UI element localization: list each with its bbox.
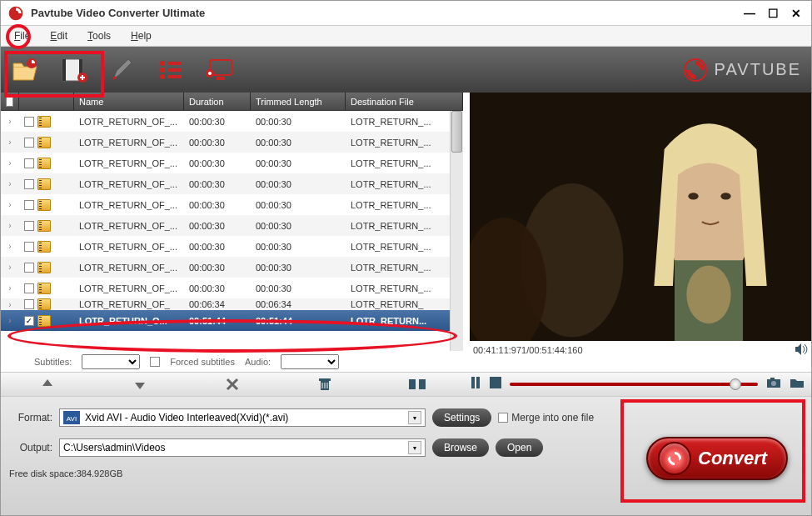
menu-help[interactable]: Help <box>131 30 152 42</box>
col-dest[interactable]: Destination File <box>346 93 463 110</box>
cell-name: LOTR_RETURN_OF_... <box>74 257 184 278</box>
load-file-button[interactable] <box>11 55 41 85</box>
table-row[interactable]: ›✓LOTR_RETURN_O...00:51:4400:51:44LOTR_R… <box>1 310 463 331</box>
table-row[interactable]: ›LOTR_RETURN_OF_...00:00:3000:00:30LOTR_… <box>1 111 463 132</box>
convert-button[interactable]: Convert <box>646 437 788 480</box>
svg-point-15 <box>208 72 212 75</box>
stop-button[interactable] <box>490 377 501 392</box>
audio-select[interactable] <box>281 354 339 369</box>
settings-button[interactable]: Settings <box>432 408 491 427</box>
close-button[interactable]: ✕ <box>788 5 805 22</box>
svg-point-8 <box>160 68 165 73</box>
window-title: Pavtube Video Converter Ultimate <box>31 7 735 19</box>
edit-button[interactable] <box>107 55 137 85</box>
table-row[interactable]: ›LOTR_RETURN_OF_00:06:3400:06:34LOTR_RET… <box>1 298 463 310</box>
table-row[interactable]: ›LOTR_RETURN_OF_...00:00:3000:00:30LOTR_… <box>1 194 463 215</box>
row-checkbox[interactable] <box>24 221 34 231</box>
cell-name: LOTR_RETURN_OF_... <box>74 173 184 194</box>
row-checkbox[interactable] <box>24 179 34 189</box>
table-row[interactable]: ›LOTR_RETURN_OF_...00:00:3000:00:30LOTR_… <box>1 257 463 278</box>
avi-icon: AVI <box>63 411 80 424</box>
cell-trimmed: 00:00:30 <box>251 257 346 278</box>
list-button[interactable] <box>156 55 186 85</box>
table-row[interactable]: ›LOTR_RETURN_OF_...00:00:3000:00:30LOTR_… <box>1 236 463 257</box>
forced-subtitles-checkbox[interactable] <box>150 357 160 367</box>
row-checkbox[interactable] <box>24 283 34 293</box>
maximize-button[interactable]: ☐ <box>765 5 781 22</box>
subtitles-select[interactable] <box>82 354 140 369</box>
file-icon <box>37 116 51 128</box>
select-all-checkbox[interactable] <box>6 97 13 107</box>
cell-name: LOTR_RETURN_OF_... <box>74 111 184 132</box>
svg-point-22 <box>686 265 730 323</box>
cell-trimmed: 00:51:44 <box>251 310 346 331</box>
col-duration[interactable]: Duration <box>184 93 251 110</box>
split-button[interactable] <box>407 376 427 393</box>
cell-trimmed: 00:06:34 <box>251 298 346 310</box>
table-row[interactable]: ›LOTR_RETURN_OF_...00:00:3000:00:30LOTR_… <box>1 278 463 298</box>
merge-label: Merge into one file <box>511 412 594 423</box>
display-button[interactable] <box>204 55 234 85</box>
volume-icon[interactable] <box>795 343 808 357</box>
menu-edit[interactable]: Edit <box>50 30 67 42</box>
row-checkbox[interactable] <box>24 242 34 252</box>
cell-dest: LOTR_RETURN_... <box>346 236 463 257</box>
browse-button[interactable]: Browse <box>432 438 489 457</box>
subtitles-label: Subtitles: <box>34 357 72 367</box>
cell-trimmed: 00:00:30 <box>251 215 346 236</box>
svg-point-20 <box>720 193 730 199</box>
cell-trimmed: 00:00:30 <box>251 132 346 153</box>
row-checkbox[interactable] <box>24 200 34 210</box>
minimize-button[interactable]: — <box>741 5 758 22</box>
cell-dest: LOTR_RETURN_... <box>346 111 463 132</box>
file-icon <box>37 262 51 273</box>
remove-button[interactable] <box>222 376 242 393</box>
snapshot-folder-button[interactable] <box>790 377 805 392</box>
seek-bar[interactable] <box>510 383 758 386</box>
menu-tools[interactable]: Tools <box>87 30 111 42</box>
add-video-button[interactable] <box>59 55 89 85</box>
table-row[interactable]: ›LOTR_RETURN_OF_...00:00:3000:00:30LOTR_… <box>1 215 463 236</box>
row-checkbox[interactable]: ✓ <box>24 316 34 326</box>
merge-checkbox[interactable] <box>498 413 508 423</box>
table-row[interactable]: ›LOTR_RETURN_OF_...00:00:3000:00:30LOTR_… <box>1 132 463 153</box>
delete-button[interactable] <box>315 376 335 393</box>
video-preview[interactable] <box>470 93 811 341</box>
list-scrollbar[interactable] <box>450 111 463 372</box>
preview-timeline: 00:41:11:971/00:51:44:160 <box>470 341 811 359</box>
cell-trimmed: 00:00:30 <box>251 194 346 215</box>
svg-point-19 <box>688 193 698 199</box>
svg-rect-13 <box>217 77 225 80</box>
move-up-button[interactable] <box>37 376 57 393</box>
file-icon <box>37 220 51 232</box>
row-checkbox[interactable] <box>24 299 34 309</box>
brand-logo: PAVTUBE <box>683 58 801 83</box>
table-row[interactable]: ›LOTR_RETURN_OF_...00:00:3000:00:30LOTR_… <box>1 153 463 173</box>
seek-knob[interactable] <box>730 378 741 390</box>
cell-dest: LOTR_RETURN_ <box>346 298 463 310</box>
cell-name: LOTR_RETURN_OF_... <box>74 132 184 153</box>
output-label: Output: <box>9 442 52 453</box>
row-checkbox[interactable] <box>24 138 34 148</box>
row-checkbox[interactable] <box>24 158 34 168</box>
format-combo[interactable]: AVI Xvid AVI - Audio Video Interleaved(X… <box>59 408 426 427</box>
open-button[interactable]: Open <box>496 438 543 457</box>
row-checkbox[interactable] <box>24 117 34 127</box>
col-trimmed[interactable]: Trimmed Length <box>251 93 346 110</box>
snapshot-button[interactable] <box>766 377 781 392</box>
svg-rect-29 <box>471 377 475 388</box>
output-dropdown-icon[interactable]: ▾ <box>408 441 421 454</box>
cell-duration: 00:00:30 <box>184 257 251 278</box>
col-name[interactable]: Name <box>74 93 184 110</box>
table-row[interactable]: ›LOTR_RETURN_OF_...00:00:3000:00:30LOTR_… <box>1 173 463 194</box>
format-dropdown-icon[interactable]: ▾ <box>408 411 421 424</box>
row-checkbox[interactable] <box>24 263 34 273</box>
pause-button[interactable] <box>470 377 481 392</box>
move-down-button[interactable] <box>130 376 150 393</box>
cell-dest: LOTR_RETURN_... <box>346 132 463 153</box>
svg-rect-30 <box>476 377 480 388</box>
output-combo[interactable]: C:\Users\admin\Videos ▾ <box>59 438 426 457</box>
cell-duration: 00:00:30 <box>184 173 251 194</box>
menu-file[interactable]: File <box>14 30 30 42</box>
list-actions <box>1 372 463 397</box>
